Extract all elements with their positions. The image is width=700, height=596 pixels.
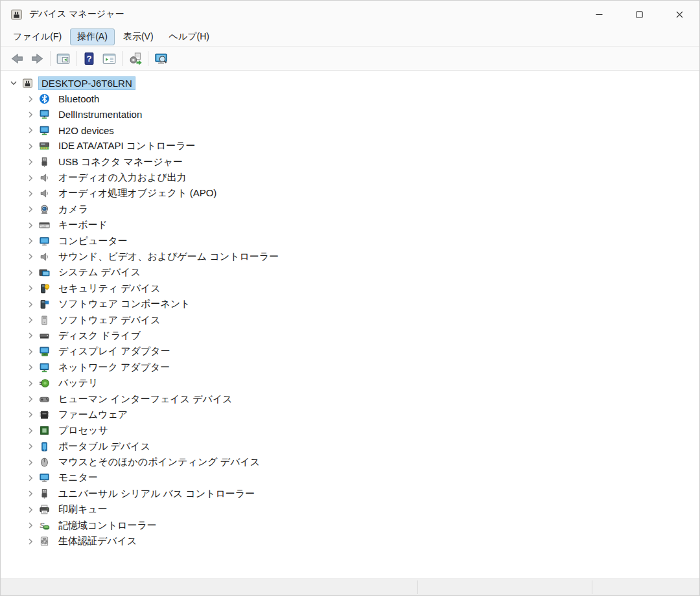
- chevron-right-icon[interactable]: [25, 488, 36, 499]
- help-button[interactable]: [79, 49, 99, 68]
- tree-item[interactable]: ポータブル デバイス: [1, 439, 699, 454]
- tree-item[interactable]: IDE ATA/ATAPI コントローラー: [1, 139, 699, 154]
- chevron-right-icon[interactable]: [25, 378, 36, 389]
- tree-root-label[interactable]: DESKTOP-J6T6LRN: [38, 76, 135, 90]
- chevron-right-icon[interactable]: [25, 220, 36, 231]
- menu-file[interactable]: ファイル(F): [6, 29, 69, 45]
- chevron-right-icon[interactable]: [25, 204, 36, 214]
- tree-item[interactable]: セキュリティ デバイス: [1, 281, 699, 296]
- tree-item-label[interactable]: サウンド、ビデオ、およびゲーム コントローラー: [55, 249, 282, 264]
- chevron-right-icon[interactable]: [25, 251, 36, 262]
- chevron-right-icon[interactable]: [25, 330, 36, 341]
- close-button[interactable]: [659, 1, 699, 28]
- tree-item-label[interactable]: セキュリティ デバイス: [55, 281, 164, 296]
- tree-item-label[interactable]: マウスとそのほかのポインティング デバイス: [55, 455, 263, 470]
- tree-item-label[interactable]: 印刷キュー: [55, 502, 111, 517]
- tree-item[interactable]: H2O devices: [1, 122, 699, 138]
- tree-item-label[interactable]: オーディオ処理オブジェクト (APO): [55, 186, 220, 201]
- tree-item-label[interactable]: キーボード: [55, 218, 111, 233]
- tree-item[interactable]: 印刷キュー: [1, 502, 699, 518]
- chevron-right-icon[interactable]: [25, 362, 36, 372]
- forward-button[interactable]: [27, 49, 47, 68]
- tree-item[interactable]: 生体認証デバイス: [1, 533, 699, 549]
- chevron-right-icon[interactable]: [25, 473, 36, 483]
- chevron-right-icon[interactable]: [25, 299, 36, 310]
- chevron-right-icon[interactable]: [25, 141, 36, 152]
- tree-item-label[interactable]: ソフトウェア デバイス: [55, 313, 164, 328]
- tree-item-label[interactable]: 生体認証デバイス: [55, 534, 140, 549]
- tree-item[interactable]: バッテリ: [1, 375, 699, 391]
- tree-item-label[interactable]: モニター: [55, 470, 101, 485]
- tree-item[interactable]: システム デバイス: [1, 265, 699, 281]
- menu-view[interactable]: 表示(V): [116, 29, 161, 45]
- tree-item[interactable]: サウンド、ビデオ、およびゲーム コントローラー: [1, 249, 699, 264]
- tree-item-label[interactable]: システム デバイス: [55, 265, 144, 280]
- update-driver-button[interactable]: [125, 49, 145, 68]
- tree-item[interactable]: USB コネクタ マネージャー: [1, 154, 699, 170]
- chevron-right-icon[interactable]: [25, 441, 36, 452]
- chevron-right-icon[interactable]: [25, 426, 36, 436]
- tree-item-label[interactable]: Bluetooth: [55, 92, 102, 106]
- maximize-button[interactable]: [619, 1, 659, 28]
- scan-devices-button[interactable]: [151, 49, 171, 68]
- tree-item[interactable]: カメラ: [1, 201, 699, 217]
- tree-item[interactable]: ネットワーク アダプター: [1, 360, 699, 375]
- tree-item[interactable]: ヒューマン インターフェイス デバイス: [1, 391, 699, 407]
- tree-item-label[interactable]: コンピューター: [55, 234, 131, 249]
- chevron-right-icon[interactable]: [25, 394, 36, 404]
- tree-item-label[interactable]: プロセッサ: [55, 423, 111, 438]
- chevron-right-icon[interactable]: [25, 409, 36, 420]
- chevron-right-icon[interactable]: [25, 173, 36, 183]
- chevron-right-icon[interactable]: [25, 536, 36, 547]
- chevron-down-icon[interactable]: [8, 78, 19, 88]
- tree-item[interactable]: DellInstrumentation: [1, 107, 699, 122]
- tree-item-label[interactable]: IDE ATA/ATAPI コントローラー: [55, 139, 199, 154]
- tree-item-label[interactable]: オーディオの入力および出力: [55, 170, 190, 185]
- tree-item-label[interactable]: USB コネクタ マネージャー: [55, 155, 186, 170]
- tree-item-label[interactable]: ファームウェア: [55, 407, 131, 422]
- tree-item-label[interactable]: ディスプレイ アダプター: [55, 344, 174, 359]
- tree-item-label[interactable]: 記憶域コントローラー: [55, 518, 160, 533]
- action-pane-button[interactable]: [99, 49, 119, 68]
- tree-item[interactable]: ソフトウェア デバイス: [1, 312, 699, 328]
- chevron-right-icon[interactable]: [25, 347, 36, 357]
- tree-item-label[interactable]: ソフトウェア コンポーネント: [55, 297, 193, 312]
- chevron-right-icon[interactable]: [25, 109, 36, 120]
- tree-item[interactable]: コンピューター: [1, 233, 699, 249]
- tree-item[interactable]: ディスプレイ アダプター: [1, 344, 699, 360]
- menu-help[interactable]: ヘルプ(H): [162, 29, 216, 45]
- menu-action[interactable]: 操作(A): [70, 29, 115, 45]
- tree-item-label[interactable]: バッテリ: [55, 376, 101, 391]
- chevron-right-icon[interactable]: [25, 94, 36, 104]
- tree-item-label[interactable]: カメラ: [55, 202, 91, 217]
- tree-item[interactable]: マウスとそのほかのポインティング デバイス: [1, 454, 699, 470]
- tree-item-label[interactable]: ディスク ドライブ: [55, 328, 144, 343]
- tree-item[interactable]: 記憶域コントローラー: [1, 518, 699, 533]
- chevron-right-icon[interactable]: [25, 268, 36, 278]
- chevron-right-icon[interactable]: [25, 236, 36, 246]
- tree-item[interactable]: ディスク ドライブ: [1, 328, 699, 343]
- tree-item-label[interactable]: DellInstrumentation: [55, 108, 145, 121]
- tree-item[interactable]: ソフトウェア コンポーネント: [1, 296, 699, 312]
- chevron-right-icon[interactable]: [25, 520, 36, 531]
- tree-item-label[interactable]: ユニバーサル シリアル バス コントローラー: [55, 487, 258, 501]
- chevron-right-icon[interactable]: [25, 157, 36, 167]
- console-tree-button[interactable]: [53, 49, 73, 68]
- tree-item[interactable]: オーディオの入力および出力: [1, 170, 699, 185]
- minimize-button[interactable]: [579, 1, 619, 28]
- tree-item[interactable]: モニター: [1, 470, 699, 486]
- tree-item-label[interactable]: ポータブル デバイス: [55, 439, 154, 454]
- tree-item-label[interactable]: ヒューマン インターフェイス デバイス: [55, 392, 236, 407]
- chevron-right-icon[interactable]: [25, 457, 36, 468]
- tree-item-label[interactable]: ネットワーク アダプター: [55, 360, 173, 375]
- tree-item[interactable]: オーディオ処理オブジェクト (APO): [1, 186, 699, 201]
- tree-item-label[interactable]: H2O devices: [55, 124, 117, 137]
- tree-item[interactable]: ファームウェア: [1, 407, 699, 422]
- back-button[interactable]: [7, 49, 27, 68]
- chevron-right-icon[interactable]: [25, 125, 36, 135]
- tree-root-item[interactable]: DESKTOP-J6T6LRN: [1, 75, 699, 91]
- tree-item[interactable]: Bluetooth: [1, 91, 699, 106]
- chevron-right-icon[interactable]: [25, 315, 36, 325]
- tree-item[interactable]: キーボード: [1, 218, 699, 233]
- tree-item[interactable]: プロセッサ: [1, 423, 699, 439]
